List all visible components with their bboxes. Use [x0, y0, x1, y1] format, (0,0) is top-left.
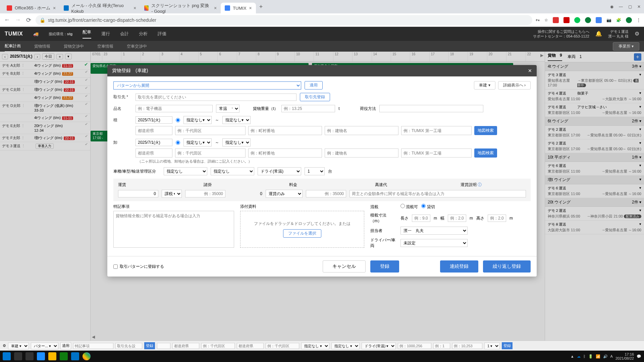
notification-icon[interactable]: 💬: [637, 354, 641, 359]
unload-time-to[interactable]: 指定なし▾: [222, 138, 251, 146]
temp-select[interactable]: 常温 ▼: [216, 105, 239, 113]
tax-select[interactable]: 課税 ▾: [162, 190, 182, 198]
close-window-icon[interactable]: ✕: [637, 4, 641, 9]
start-icon[interactable]: [3, 352, 11, 360]
explorer-icon[interactable]: [48, 352, 56, 360]
nav-operation[interactable]: 運行: [101, 31, 110, 37]
fb-qty[interactable]: 1 ▾: [484, 343, 500, 349]
load-time-from[interactable]: 指定なし▾: [183, 116, 212, 124]
unload-spot[interactable]: [401, 148, 472, 158]
pattern-select[interactable]: パターンから展開: [113, 81, 301, 89]
mix-ok-radio[interactable]: 混載可: [400, 204, 418, 210]
fb-register2[interactable]: 登録: [502, 342, 513, 349]
url-input[interactable]: 🔒 stg.tumix.jp/front/carrier/tc-cargo-di…: [36, 15, 532, 25]
fb-pref[interactable]: [172, 343, 199, 349]
fb-hwy[interactable]: [452, 343, 482, 349]
repeat-register-button[interactable]: 繰り返し登録: [483, 260, 531, 273]
close-icon[interactable]: ×: [133, 5, 136, 11]
onedrive-icon[interactable]: ☁: [577, 354, 581, 359]
fb-pattern[interactable]: パター... ▾: [31, 343, 58, 349]
apply-button[interactable]: 適用: [305, 81, 323, 89]
nav-accounting[interactable]: 会計: [120, 31, 129, 37]
qty-select[interactable]: 1: [305, 167, 325, 175]
width-input[interactable]: [448, 215, 466, 222]
excel-icon[interactable]: [60, 352, 68, 360]
hwy-select[interactable]: 運賃のみ: [266, 190, 303, 198]
weight-input[interactable]: [281, 105, 335, 112]
register-button[interactable]: 登録: [370, 260, 399, 273]
cancel-button[interactable]: キャンセル: [323, 260, 366, 273]
taskview-icon[interactable]: [25, 352, 34, 360]
unload-date[interactable]: [136, 139, 172, 146]
fb-dry[interactable]: ドライ(常温) ▾: [362, 343, 396, 349]
unload-radio[interactable]: [176, 140, 180, 145]
hwy-input[interactable]: [306, 190, 346, 197]
profile-icon[interactable]: [626, 17, 632, 23]
gear-icon[interactable]: ⚙: [3, 344, 6, 348]
fb-city2[interactable]: [266, 343, 299, 349]
client-register-button[interactable]: 取引先登録: [300, 93, 330, 101]
fb-type[interactable]: 車建 ▾: [8, 343, 29, 349]
fb-pref2[interactable]: [237, 343, 264, 349]
menu-icon[interactable]: ⋮: [637, 18, 641, 22]
subnav-empty-neg[interactable]: 空車交渉中: [127, 44, 147, 49]
subnav-cargo[interactable]: 貨物情報: [34, 44, 50, 49]
fb-apply[interactable]: 適用: [60, 342, 71, 349]
info-icon[interactable]: ⓘ: [478, 182, 482, 187]
vehicle-model-select[interactable]: 指定なし: [211, 167, 254, 175]
bell-icon[interactable]: 🔔: [595, 31, 602, 38]
file-select-button[interactable]: ファイルを選択: [283, 229, 321, 238]
unload-city[interactable]: [175, 148, 246, 158]
load-time-to[interactable]: 指定なし▾: [222, 116, 251, 124]
tantou-select[interactable]: 濱一 丸夫: [400, 227, 468, 235]
subnav-empty[interactable]: 空車情報: [97, 44, 113, 49]
driver-vehicle-select[interactable]: 未設定: [400, 239, 468, 247]
unload-pref[interactable]: [136, 148, 172, 158]
volume-icon[interactable]: 🔊: [603, 354, 608, 359]
save-pattern-checkbox[interactable]: 取引パターンに登録する: [113, 264, 164, 269]
key-icon[interactable]: 🗝: [536, 18, 540, 22]
fb-none1[interactable]: 指定なし ▾: [301, 343, 329, 349]
tray-icon[interactable]: ▲: [571, 354, 574, 358]
misc-input[interactable]: [185, 190, 225, 197]
mix-no-radio[interactable]: 貸切: [421, 204, 435, 210]
nav-dispatch[interactable]: 配車: [83, 29, 91, 39]
map-search-button[interactable]: 地図検索: [474, 148, 497, 158]
load-date[interactable]: [136, 116, 172, 124]
close-icon[interactable]: ✕: [528, 68, 532, 73]
ext-icon[interactable]: [585, 17, 591, 23]
close-icon[interactable]: ×: [249, 5, 252, 11]
office-select[interactable]: 事業所 ▾: [613, 42, 639, 51]
star-icon[interactable]: ☆: [544, 18, 548, 22]
fb-fare[interactable]: [398, 343, 431, 349]
nav-analysis[interactable]: 分析: [139, 31, 148, 37]
length-input[interactable]: [412, 215, 430, 222]
load-town[interactable]: [248, 126, 322, 135]
fb-none2[interactable]: 指定なし ▾: [331, 343, 360, 349]
client-input[interactable]: [136, 94, 297, 101]
handling-input[interactable]: [379, 105, 483, 112]
transport-select[interactable]: ドライ(常温): [258, 167, 301, 175]
unload-time-from[interactable]: 指定なし▾: [183, 138, 212, 146]
puzzle-icon[interactable]: 🧩: [616, 18, 621, 22]
fb-client[interactable]: [115, 343, 142, 349]
new-tab-button[interactable]: +: [256, 3, 266, 10]
fee-desc-input[interactable]: [350, 190, 526, 197]
wifi-icon[interactable]: 📶: [596, 354, 600, 359]
item-input[interactable]: [136, 105, 213, 112]
back-icon[interactable]: ←: [3, 16, 11, 23]
camera-icon[interactable]: 📷: [606, 18, 611, 22]
unload-bldg[interactable]: [325, 148, 398, 158]
minimize-icon[interactable]: —: [619, 4, 623, 9]
edge-icon[interactable]: [37, 352, 45, 360]
browser-tab-active[interactable]: TUMIX×: [221, 3, 256, 13]
ext-icon[interactable]: [564, 17, 570, 23]
file-dropzone[interactable]: ファイルをドラッグ＆ドロップしてください。または ファイルを選択: [240, 211, 364, 248]
map-search-button[interactable]: 地図検索: [474, 126, 497, 135]
close-icon[interactable]: ×: [214, 5, 217, 11]
bluetooth-icon[interactable]: ᛒ: [583, 354, 586, 358]
continuous-register-button[interactable]: 連続登録: [440, 260, 478, 273]
reload-icon[interactable]: ⟳: [25, 16, 32, 24]
browser-tab[interactable]: スクリーンショット png 変換 - Googl×: [140, 3, 221, 13]
gear-icon[interactable]: ⚙: [635, 31, 639, 38]
